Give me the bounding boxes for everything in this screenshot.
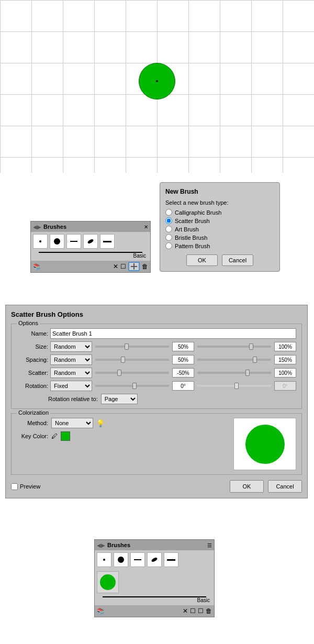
scatter-cancel-button[interactable]: Cancel <box>268 480 302 493</box>
bottom-new-icon[interactable]: ☐ <box>198 607 204 615</box>
trash-icon[interactable]: 🗑 <box>142 263 148 270</box>
key-color-label: Key Color: <box>17 433 48 439</box>
bottom-copy-icon[interactable]: ☐ <box>190 607 196 615</box>
scatter-ok-button[interactable]: OK <box>230 480 264 493</box>
rotation-relative-dropdown[interactable]: PagePath <box>101 394 138 404</box>
new-brush-cancel-button[interactable]: Cancel <box>222 254 253 266</box>
new-brush-icon-button[interactable] <box>128 262 140 271</box>
canvas-area <box>0 0 314 173</box>
size-val1: 50% <box>172 342 194 351</box>
rotation-slider-left <box>94 385 170 387</box>
brush-item-dot-md[interactable] <box>50 234 64 249</box>
rotation-row: Rotation: FixedRandom 0° 0° <box>17 381 296 391</box>
panel-close-icon[interactable]: ✕ <box>144 224 148 230</box>
brushes-panel-header: ◀▶ Brushes ✕ <box>31 221 150 232</box>
brush-type-radio-group: Calligraphic Brush Scatter Brush Art Bru… <box>165 209 274 249</box>
radio-scatter[interactable]: Scatter Brush <box>165 217 274 224</box>
scatter-slider-left <box>94 372 170 374</box>
options-group-label: Options <box>17 320 40 326</box>
scatter-val1: -50% <box>172 368 194 377</box>
name-label: Name: <box>17 330 48 337</box>
scatter-row: Scatter: RandomFixed -50% 100% <box>17 368 296 378</box>
colorization-group-label: Colorization <box>17 409 50 416</box>
size-label: Size: <box>17 343 48 350</box>
rotation-relative-row: Rotation relative to: PagePath <box>17 394 296 404</box>
spacing-slider-left <box>94 359 170 361</box>
brushes-panel-bottom-bar: 📚 ✕ ☐ 🗑 <box>31 261 150 272</box>
colorization-group: Colorization Method: NoneTintsTints and … <box>11 413 302 475</box>
bottom-trash-icon[interactable]: 🗑 <box>206 607 212 615</box>
method-label: Method: <box>17 420 48 426</box>
radio-bristle[interactable]: Bristle Brush <box>165 234 274 241</box>
brushes-panel-bottom: ◀▶ Brushes ☰ Basic 📚 ✕ ☐ ☐ 🗑 <box>94 539 215 617</box>
new-brush-dialog: New Brush Select a new brush type: Calli… <box>160 182 280 272</box>
bottom-brush-dot-md[interactable] <box>114 552 128 567</box>
size-track-right[interactable] <box>197 346 271 348</box>
rotation-relative-label: Rotation relative to: <box>48 396 98 402</box>
bottom-brush-oval[interactable] <box>147 552 162 567</box>
size-slider-right <box>196 346 272 348</box>
brush-item-oval[interactable] <box>83 234 98 249</box>
scatter-dropdown[interactable]: RandomFixed <box>50 368 92 378</box>
bottom-brush-dot-sm[interactable] <box>97 552 111 567</box>
libraries-icon[interactable]: 📚 <box>33 263 40 270</box>
radio-art[interactable]: Art Brush <box>165 226 274 232</box>
brushes-panel-bottom-title: Brushes <box>107 542 130 548</box>
brush-basic-label: Basic <box>33 253 148 259</box>
bottom-brush-rect[interactable] <box>164 552 178 567</box>
scatter-label: Scatter: <box>17 370 48 376</box>
brushes-grid-top <box>31 232 150 251</box>
new-brush-title: New Brush <box>165 188 274 195</box>
brushes-panel-top: ◀▶ Brushes ✕ Basic 📚 ✕ ☐ 🗑 <box>30 221 151 273</box>
key-color-swatch[interactable] <box>61 431 70 441</box>
bottom-brush-line-row: Basic <box>95 595 214 605</box>
brush-item-dash[interactable] <box>66 234 81 249</box>
spacing-label: Spacing: <box>17 357 48 363</box>
key-color-row: Key Color: 🖊 <box>17 431 228 441</box>
method-dropdown[interactable]: NoneTintsTints and ShadesHue Shift <box>51 418 93 428</box>
new-brush-buttons: OK Cancel <box>165 254 274 266</box>
preview-circle <box>245 425 285 464</box>
preview-checkbox[interactable] <box>11 483 18 490</box>
rotation-val2: 0° <box>274 381 296 391</box>
size-track-left[interactable] <box>95 346 169 348</box>
scatter-footer: Preview OK Cancel <box>11 480 302 493</box>
bulb-icon: 💡 <box>96 419 105 427</box>
bottom-panel-collapse-icon[interactable]: ◀▶ <box>97 542 105 548</box>
size-slider-left <box>94 346 170 348</box>
bottom-brushes-row2 <box>95 569 214 595</box>
radio-calligraphic[interactable]: Calligraphic Brush <box>165 209 274 216</box>
rotation-val1: 0° <box>172 381 194 391</box>
spacing-row: Spacing: RandomFixed 50% 150% <box>17 354 296 365</box>
name-input[interactable] <box>50 328 296 339</box>
new-brush-ok-button[interactable]: OK <box>186 254 218 266</box>
scatter-brush-dialog: Scatter Brush Options Options Name: Size… <box>5 305 308 498</box>
copy-brush-icon[interactable]: ☐ <box>120 263 126 270</box>
size-val2: 100% <box>274 342 296 351</box>
brush-item-dot-sm[interactable] <box>33 234 48 249</box>
radio-pattern[interactable]: Pattern Brush <box>165 242 274 249</box>
bottom-brush-green-circle[interactable] <box>97 571 119 593</box>
new-brush-subtitle: Select a new brush type: <box>165 199 274 206</box>
panel-collapse-icon[interactable]: ◀▶ <box>33 224 41 230</box>
method-row: Method: NoneTintsTints and ShadesHue Shi… <box>17 418 228 428</box>
canvas-circle <box>139 63 175 99</box>
brush-line-row: Basic <box>31 251 150 261</box>
spacing-dropdown[interactable]: RandomFixed <box>50 354 92 365</box>
scatter-footer-buttons: OK Cancel <box>230 480 302 493</box>
scatter-slider-right <box>196 372 272 374</box>
bottom-libraries-icon[interactable]: 📚 <box>97 608 104 615</box>
brush-item-rect[interactable] <box>100 234 115 249</box>
delete-brush-icon[interactable]: ✕ <box>113 263 118 270</box>
bottom-brush-dash[interactable] <box>130 552 145 567</box>
rotation-dropdown[interactable]: FixedRandom <box>50 381 92 391</box>
brushes-grid-bottom <box>95 550 214 569</box>
brushes-panel-bottom-bar2: 📚 ✕ ☐ ☐ 🗑 <box>95 605 214 617</box>
bottom-delete-icon[interactable]: ✕ <box>183 607 188 615</box>
preview-label: Preview <box>20 483 40 490</box>
bottom-panel-menu-icon[interactable]: ☰ <box>207 542 212 548</box>
eyedropper-icon[interactable]: 🖊 <box>51 432 58 440</box>
size-dropdown[interactable]: RandomFixedPressure <box>50 341 92 352</box>
rotation-slider-right <box>196 385 272 387</box>
svg-rect-1 <box>133 263 134 270</box>
